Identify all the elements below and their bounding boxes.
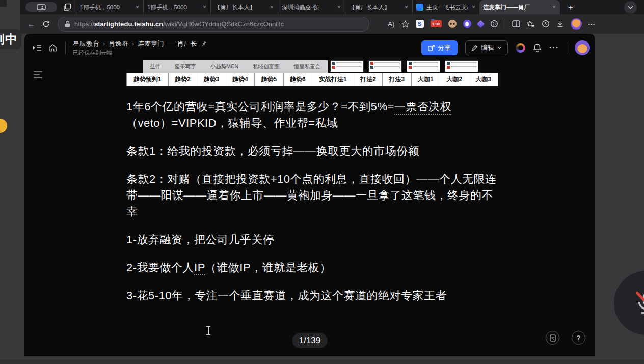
table-tab[interactable]: 大咖1 (412, 73, 440, 86)
browser-tab[interactable]: 深圳湾晶总·强 × (278, 0, 345, 14)
downloads-icon[interactable] (556, 20, 564, 28)
help-button[interactable]: ? (572, 331, 585, 345)
browser-tab-active[interactable]: 连麦掌门——肖厂 × (479, 0, 560, 14)
breadcrumb-item[interactable]: 星辰教育 (73, 39, 99, 48)
browser-tab[interactable]: 【肖厂长本人】 × (210, 0, 278, 14)
table-tab[interactable]: 大咖2 (440, 73, 469, 86)
reload-button[interactable] (42, 20, 50, 28)
read-aloud-icon[interactable]: A) (388, 20, 395, 28)
chat-thumbnail-card (407, 60, 440, 72)
extension-glasses-avatar-icon[interactable] (448, 20, 457, 28)
browser-tab-bar: 1部手机，5000 × 1部手机，5000 × 【肖厂长本人】 × 深圳湾晶总·… (20, 0, 644, 14)
paragraph: 条款1：给我的投资款，必须亏掉——换取更大的市场份额 (126, 143, 498, 159)
feishu-logo-icon (416, 4, 423, 11)
paragraph-text: 1年6个亿的营收=真实公司利润率是多少？=不到5%= (126, 100, 394, 113)
table-tab[interactable]: 趋势2 (169, 73, 197, 86)
user-avatar[interactable] (575, 40, 590, 55)
extension-price-badge-icon[interactable]: 1.00 (431, 20, 442, 27)
address-bar[interactable]: https://starlightedu.feishu.cn/wiki/VqH0… (58, 17, 369, 32)
breadcrumb-current[interactable]: 连麦掌门——肖厂长 (138, 39, 197, 48)
table-tab[interactable]: 趋势4 (226, 73, 255, 86)
table-tab[interactable]: 趋势3 (197, 73, 226, 86)
tab-close-icon[interactable]: × (337, 4, 341, 11)
browser-tab[interactable]: 1部手机，5000 × (76, 0, 143, 14)
paragraph: 1年6个亿的营收=真实公司利润率是多少？=不到5%=一票否决权（veto）=VI… (126, 99, 498, 131)
text-cursor-ibeam (206, 326, 211, 335)
notification-bell-icon[interactable] (533, 43, 542, 52)
chat-thumbnail-card (445, 60, 478, 72)
monitor-person-icon (37, 4, 46, 11)
browser-tab[interactable]: 主页 - 飞书云文档 × (412, 0, 479, 14)
tab-close-icon[interactable]: × (202, 4, 207, 11)
screen-corner-artifact (0, 0, 7, 7)
extension-purple-face-icon[interactable] (463, 20, 471, 28)
pin-icon[interactable] (201, 40, 207, 47)
paragraph-text: 2-我要做个人 (126, 261, 194, 274)
extension-s-icon[interactable]: S (416, 20, 424, 28)
tab-close-icon[interactable]: × (471, 4, 476, 11)
collections-icon[interactable] (527, 20, 535, 28)
split-screen-icon[interactable] (512, 20, 520, 27)
tab-title: 【肖厂长本人】 (214, 4, 266, 11)
save-status: 已经保存到云端 (73, 49, 207, 57)
back-button[interactable]: ← (27, 20, 36, 29)
tab-title: 连麦掌门——肖厂 (483, 4, 549, 11)
tab-title: 1部手机，5000 (147, 4, 199, 11)
browser-profile-avatar[interactable] (571, 18, 582, 30)
share-icon (428, 45, 435, 51)
header-more-icon[interactable]: ··· (549, 43, 559, 52)
header-divider (65, 41, 66, 54)
edit-button[interactable]: 编辑 (465, 40, 508, 55)
tab-close-icon[interactable]: × (270, 4, 274, 11)
document-body[interactable]: 益伴 坚果写字 小趋势MCN 私域创富圈 恒星私董会 (126, 60, 498, 304)
yellow-dot-overlay (0, 119, 7, 133)
breadcrumb-item[interactable]: 肖逸群 (109, 39, 128, 48)
extension-gem-icon[interactable] (476, 20, 485, 28)
table-tab[interactable]: 打法3 (383, 73, 411, 86)
toolbar-actions: A) S 1.00 ··· (388, 18, 595, 30)
home-icon[interactable] (48, 44, 57, 52)
tab-close-icon[interactable]: × (404, 4, 409, 11)
page-indicator: 1/139 (292, 333, 328, 348)
bottom-strip (0, 360, 644, 364)
tab-title: 主页 - 飞书云文档 (426, 4, 468, 11)
tab-close-icon[interactable]: × (135, 4, 140, 11)
tab-title: 1部手机，5000 (80, 4, 132, 11)
more-menu-icon[interactable]: ··· (588, 20, 596, 28)
share-label: 分享 (438, 43, 451, 52)
favorite-star-icon[interactable] (401, 20, 409, 28)
summary-label: 恒星私董会 (294, 63, 321, 70)
feedback-button[interactable] (546, 331, 559, 345)
mic-muted-overlay[interactable] (614, 271, 644, 335)
doc-outline-icon[interactable] (34, 71, 42, 78)
feedback-doc-icon (550, 334, 556, 342)
tab-title: 深圳湾晶总·强 (282, 4, 334, 11)
tab-close-icon[interactable]: × (552, 4, 556, 11)
feishu-header: 星辰教育 › 肖逸群 › 连麦掌门——肖厂长 已经保存到云端 分享 (24, 34, 595, 62)
breadcrumb: 星辰教育 › 肖逸群 › 连麦掌门——肖厂长 已经保存到云端 (73, 39, 207, 57)
table-tab[interactable]: 趋势6 (284, 73, 312, 86)
edit-label: 编辑 (481, 43, 494, 52)
lock-icon (65, 21, 70, 27)
record-ring-icon[interactable] (516, 43, 525, 53)
summary-label: 坚果写字 (175, 63, 196, 70)
table-tab[interactable]: 趋势预判1 (127, 73, 169, 86)
table-tab[interactable]: 趋势5 (255, 73, 283, 86)
share-button[interactable]: 分享 (421, 40, 458, 55)
table-tab[interactable]: 实战打法1 (312, 73, 354, 86)
browser-tab[interactable]: 1部手机，5000 × (143, 0, 210, 14)
new-tab-button[interactable]: + (565, 2, 576, 13)
history-icon[interactable] (542, 20, 550, 28)
table-tab[interactable]: 打法2 (354, 73, 383, 86)
browser-essentials-icon[interactable] (490, 20, 498, 28)
tab-search-button[interactable] (624, 1, 637, 14)
header-actions: 分享 编辑 ··· (421, 40, 590, 55)
screen-share-indicator[interactable] (25, 2, 57, 12)
table-tab[interactable]: 大咖3 (469, 73, 498, 86)
collapse-sidebar-icon[interactable] (33, 44, 42, 51)
chat-thumbnail-card (368, 60, 402, 72)
tab-stacks-icon[interactable] (63, 3, 71, 11)
chat-thumbnail-card (330, 60, 364, 72)
browser-tab[interactable]: 【肖厂长本人】 × (345, 0, 412, 14)
desktop: { "glyphs": { "close": "×", "new_tab": "… (0, 0, 644, 364)
